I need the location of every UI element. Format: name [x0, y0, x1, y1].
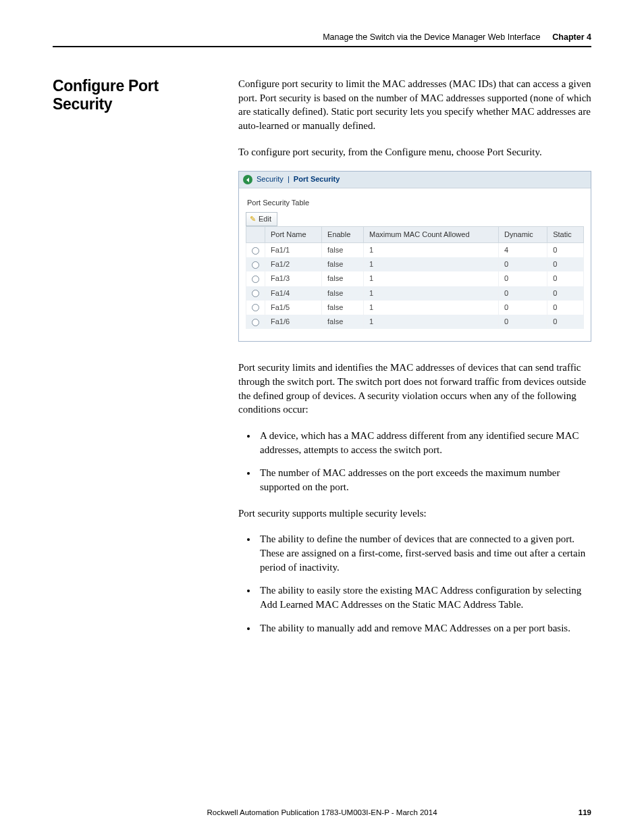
cell-dynamic: 4 — [498, 243, 547, 258]
instruction-paragraph: To configure port security, from the Con… — [238, 145, 591, 159]
cell-static: 0 — [547, 315, 584, 329]
intro-paragraph: Configure port security to limit the MAC… — [238, 77, 591, 133]
crumb-sep: | — [288, 175, 290, 183]
violation-list: A device, which has a MAC address differ… — [257, 429, 591, 494]
page-header: Manage the Switch via the Device Manager… — [53, 32, 591, 47]
row-radio[interactable] — [252, 276, 259, 283]
cell-dynamic: 0 — [498, 271, 547, 286]
header-title: Manage the Switch via the Device Manager… — [323, 32, 540, 42]
cell-portname: Fa1/2 — [265, 257, 322, 271]
table-row[interactable]: Fa1/1false140 — [246, 243, 584, 258]
levels-list: The ability to define the number of devi… — [257, 532, 591, 635]
list-item: A device, which has a MAC address differ… — [257, 429, 591, 457]
cell-static: 0 — [547, 286, 584, 301]
publication-line: Rockwell Automation Publication 1783-UM0… — [207, 808, 437, 816]
list-item: The ability to manually add and remove M… — [257, 621, 591, 635]
port-security-screenshot: Security | Port Security Port Security T… — [238, 171, 591, 342]
crumb-parent: Security — [257, 175, 284, 183]
col-portname: Port Name — [265, 226, 322, 242]
pencil-icon: ✎ — [250, 214, 256, 224]
cell-enable: false — [322, 286, 364, 301]
col-select — [246, 226, 265, 242]
cell-enable: false — [322, 257, 364, 271]
list-item: The ability to easily store the existing… — [257, 583, 591, 611]
cell-dynamic: 0 — [498, 257, 547, 271]
explain-paragraph: Port security limits and identifies the … — [238, 361, 591, 417]
cell-max: 1 — [363, 301, 498, 315]
cell-max: 1 — [363, 271, 498, 286]
edit-label: Edit — [259, 214, 271, 224]
cell-portname: Fa1/6 — [265, 315, 322, 329]
cell-dynamic: 0 — [498, 315, 547, 329]
table-row[interactable]: Fa1/3false100 — [246, 271, 584, 286]
cell-static: 0 — [547, 271, 584, 286]
crumb-current: Port Security — [294, 175, 340, 183]
cell-enable: false — [322, 271, 364, 286]
cell-static: 0 — [547, 243, 584, 258]
cell-static: 0 — [547, 257, 584, 271]
cell-portname: Fa1/3 — [265, 271, 322, 286]
port-security-table: Port Name Enable Maximum MAC Count Allow… — [246, 226, 584, 329]
table-row[interactable]: Fa1/4false100 — [246, 286, 584, 301]
cell-max: 1 — [363, 243, 498, 258]
row-radio[interactable] — [252, 319, 259, 326]
page-number: 119 — [579, 808, 591, 816]
table-caption: Port Security Table — [246, 198, 584, 208]
header-chapter: Chapter 4 — [552, 32, 591, 42]
table-row[interactable]: Fa1/6false100 — [246, 315, 584, 329]
cell-dynamic: 0 — [498, 301, 547, 315]
cell-dynamic: 0 — [498, 286, 547, 301]
cell-static: 0 — [547, 301, 584, 315]
cell-max: 1 — [363, 315, 498, 329]
cell-max: 1 — [363, 257, 498, 271]
cell-portname: Fa1/1 — [265, 243, 322, 258]
col-enable: Enable — [322, 226, 364, 242]
table-row[interactable]: Fa1/5false100 — [246, 301, 584, 315]
col-dynamic: Dynamic — [498, 226, 547, 242]
col-maxmac: Maximum MAC Count Allowed — [363, 226, 498, 242]
cell-portname: Fa1/4 — [265, 286, 322, 301]
ui-breadcrumb-bar: Security | Port Security — [239, 172, 591, 188]
breadcrumb: Security | Port Security — [257, 174, 340, 184]
cell-enable: false — [322, 315, 364, 329]
edit-button[interactable]: ✎ Edit — [246, 212, 277, 226]
row-radio[interactable] — [252, 290, 259, 297]
cell-enable: false — [322, 301, 364, 315]
cell-enable: false — [322, 243, 364, 258]
row-radio[interactable] — [252, 261, 259, 269]
list-item: The ability to define the number of devi… — [257, 532, 591, 574]
row-radio[interactable] — [252, 247, 259, 255]
page-footer: Rockwell Automation Publication 1783-UM0… — [53, 808, 591, 816]
row-radio[interactable] — [252, 304, 259, 311]
levels-intro: Port security supports multiple security… — [238, 506, 591, 521]
section-title: Configure Port Security — [53, 77, 218, 113]
table-row[interactable]: Fa1/2false100 — [246, 257, 584, 271]
cell-max: 1 — [363, 286, 498, 301]
cell-portname: Fa1/5 — [265, 301, 322, 315]
back-icon[interactable] — [243, 175, 252, 184]
list-item: The number of MAC addresses on the port … — [257, 466, 591, 494]
col-static: Static — [547, 226, 584, 242]
